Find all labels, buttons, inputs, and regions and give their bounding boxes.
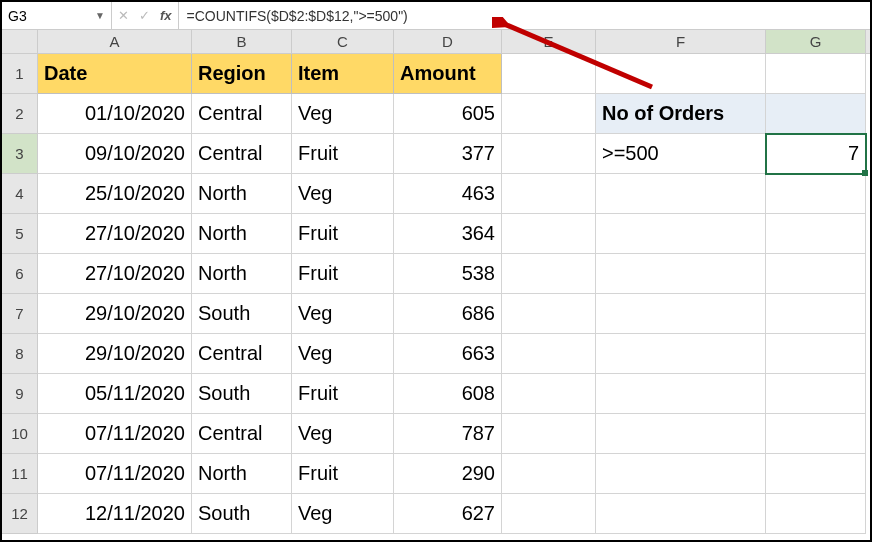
row-header[interactable]: 9	[2, 374, 38, 414]
cell-A8[interactable]: 29/10/2020	[38, 334, 192, 374]
cell-C1[interactable]: Item	[292, 54, 394, 94]
cell-F9[interactable]	[596, 374, 766, 414]
cell-B1[interactable]: Region	[192, 54, 292, 94]
name-box-dropdown-icon[interactable]: ▼	[95, 10, 105, 21]
cell-D9[interactable]: 608	[394, 374, 502, 414]
cell-F3[interactable]: >=500	[596, 134, 766, 174]
col-header-C[interactable]: C	[292, 30, 394, 53]
col-header-G[interactable]: G	[766, 30, 866, 53]
formula-input[interactable]: =COUNTIFS($D$2:$D$12,">=500")	[179, 2, 870, 29]
cell-G5[interactable]	[766, 214, 866, 254]
row-header[interactable]: 5	[2, 214, 38, 254]
col-header-A[interactable]: A	[38, 30, 192, 53]
cell-D12[interactable]: 627	[394, 494, 502, 534]
cell-E9[interactable]	[502, 374, 596, 414]
cell-G2[interactable]	[766, 94, 866, 134]
cell-F5[interactable]	[596, 214, 766, 254]
cell-C2[interactable]: Veg	[292, 94, 394, 134]
cell-C11[interactable]: Fruit	[292, 454, 394, 494]
cell-A1[interactable]: Date	[38, 54, 192, 94]
cell-D5[interactable]: 364	[394, 214, 502, 254]
row-header[interactable]: 7	[2, 294, 38, 334]
cell-C12[interactable]: Veg	[292, 494, 394, 534]
cell-D7[interactable]: 686	[394, 294, 502, 334]
cell-F11[interactable]	[596, 454, 766, 494]
cell-F4[interactable]	[596, 174, 766, 214]
row-header[interactable]: 6	[2, 254, 38, 294]
cancel-icon[interactable]: ✕	[118, 8, 129, 23]
cell-C3[interactable]: Fruit	[292, 134, 394, 174]
cell-D1[interactable]: Amount	[394, 54, 502, 94]
cell-A5[interactable]: 27/10/2020	[38, 214, 192, 254]
cell-E10[interactable]	[502, 414, 596, 454]
col-header-B[interactable]: B	[192, 30, 292, 53]
cell-G3[interactable]: 7	[766, 134, 866, 174]
cell-C9[interactable]: Fruit	[292, 374, 394, 414]
cell-B4[interactable]: North	[192, 174, 292, 214]
cell-B9[interactable]: South	[192, 374, 292, 414]
cell-A9[interactable]: 05/11/2020	[38, 374, 192, 414]
cell-E5[interactable]	[502, 214, 596, 254]
cell-D6[interactable]: 538	[394, 254, 502, 294]
cell-A4[interactable]: 25/10/2020	[38, 174, 192, 214]
col-header-D[interactable]: D	[394, 30, 502, 53]
cell-G7[interactable]	[766, 294, 866, 334]
cell-B5[interactable]: North	[192, 214, 292, 254]
cell-E11[interactable]	[502, 454, 596, 494]
cell-G10[interactable]	[766, 414, 866, 454]
cell-B6[interactable]: North	[192, 254, 292, 294]
cell-B2[interactable]: Central	[192, 94, 292, 134]
cell-E12[interactable]	[502, 494, 596, 534]
col-header-F[interactable]: F	[596, 30, 766, 53]
cell-D11[interactable]: 290	[394, 454, 502, 494]
row-header[interactable]: 4	[2, 174, 38, 214]
col-header-E[interactable]: E	[502, 30, 596, 53]
cell-G11[interactable]	[766, 454, 866, 494]
cell-B7[interactable]: South	[192, 294, 292, 334]
fx-icon[interactable]: fx	[160, 8, 172, 23]
cell-D10[interactable]: 787	[394, 414, 502, 454]
cell-F8[interactable]	[596, 334, 766, 374]
row-header[interactable]: 8	[2, 334, 38, 374]
cell-B8[interactable]: Central	[192, 334, 292, 374]
cell-B12[interactable]: South	[192, 494, 292, 534]
cell-F12[interactable]	[596, 494, 766, 534]
cell-C8[interactable]: Veg	[292, 334, 394, 374]
cell-G12[interactable]	[766, 494, 866, 534]
cell-A6[interactable]: 27/10/2020	[38, 254, 192, 294]
select-all-corner[interactable]	[2, 30, 38, 53]
cell-B11[interactable]: North	[192, 454, 292, 494]
name-box[interactable]: G3 ▼	[2, 2, 112, 29]
cell-E6[interactable]	[502, 254, 596, 294]
cell-C6[interactable]: Fruit	[292, 254, 394, 294]
cell-A7[interactable]: 29/10/2020	[38, 294, 192, 334]
cell-E1[interactable]	[502, 54, 596, 94]
enter-icon[interactable]: ✓	[139, 8, 150, 23]
cell-F7[interactable]	[596, 294, 766, 334]
cell-E2[interactable]	[502, 94, 596, 134]
cell-G4[interactable]	[766, 174, 866, 214]
cell-D8[interactable]: 663	[394, 334, 502, 374]
cell-F10[interactable]	[596, 414, 766, 454]
row-header[interactable]: 11	[2, 454, 38, 494]
row-header[interactable]: 12	[2, 494, 38, 534]
cell-B10[interactable]: Central	[192, 414, 292, 454]
cell-A10[interactable]: 07/11/2020	[38, 414, 192, 454]
cell-C4[interactable]: Veg	[292, 174, 394, 214]
cell-D4[interactable]: 463	[394, 174, 502, 214]
cell-B3[interactable]: Central	[192, 134, 292, 174]
cell-C5[interactable]: Fruit	[292, 214, 394, 254]
cell-E4[interactable]	[502, 174, 596, 214]
row-header[interactable]: 10	[2, 414, 38, 454]
cell-F2[interactable]: No of Orders	[596, 94, 766, 134]
cell-F6[interactable]	[596, 254, 766, 294]
cell-C10[interactable]: Veg	[292, 414, 394, 454]
cell-G8[interactable]	[766, 334, 866, 374]
cell-G9[interactable]	[766, 374, 866, 414]
cell-G1[interactable]	[766, 54, 866, 94]
cell-D2[interactable]: 605	[394, 94, 502, 134]
cell-F1[interactable]	[596, 54, 766, 94]
cell-E7[interactable]	[502, 294, 596, 334]
cell-A11[interactable]: 07/11/2020	[38, 454, 192, 494]
row-header[interactable]: 2	[2, 94, 38, 134]
